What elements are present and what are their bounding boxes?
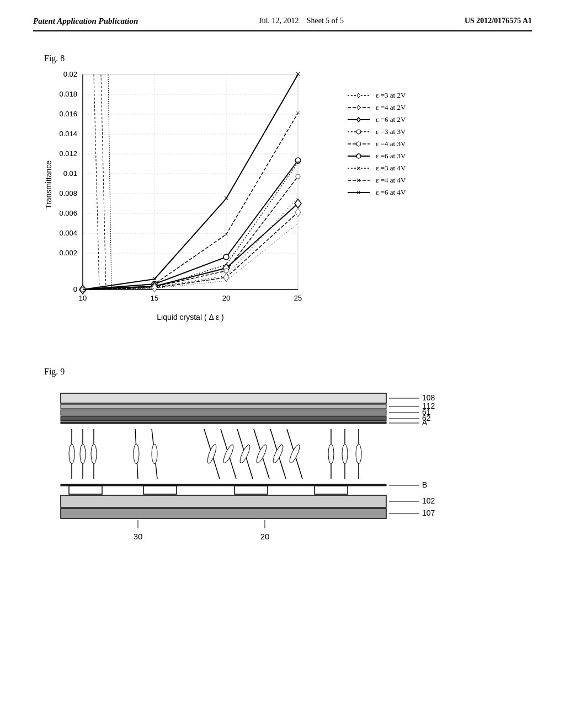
svg-text:0.012: 0.012 bbox=[59, 149, 77, 158]
svg-text:30: 30 bbox=[134, 532, 143, 541]
svg-point-52 bbox=[224, 269, 228, 273]
fig8-label: Fig. 8 bbox=[44, 53, 532, 63]
legend-line-6 bbox=[348, 152, 372, 160]
svg-rect-82 bbox=[61, 422, 386, 424]
svg-text:0.014: 0.014 bbox=[59, 130, 77, 138]
svg-rect-126 bbox=[61, 495, 386, 507]
fig9-section: 108 112 61 62 A bbox=[44, 382, 532, 611]
svg-text:0.02: 0.02 bbox=[63, 70, 77, 78]
legend-line-5 bbox=[348, 140, 372, 148]
svg-rect-81 bbox=[61, 416, 386, 421]
svg-rect-122 bbox=[69, 486, 102, 494]
svg-text:0.002: 0.002 bbox=[59, 249, 77, 257]
legend-label-9: ε =6 at 4V bbox=[376, 188, 406, 197]
legend-item-2: ε =4 at 2V bbox=[348, 103, 406, 112]
svg-rect-125 bbox=[315, 486, 348, 494]
fig8-chart: 0.02 0.018 0.016 0.014 0.012 0.01 0.008 … bbox=[44, 69, 331, 334]
svg-text:0.016: 0.016 bbox=[59, 110, 77, 118]
svg-rect-124 bbox=[234, 486, 268, 494]
page: Patent Application Publication Jul. 12, … bbox=[0, 0, 565, 728]
svg-rect-123 bbox=[143, 486, 177, 494]
svg-point-67 bbox=[356, 130, 361, 134]
svg-text:Transmittance: Transmittance bbox=[44, 160, 53, 209]
svg-point-39 bbox=[223, 254, 229, 260]
svg-text:107: 107 bbox=[422, 508, 435, 517]
svg-point-71 bbox=[356, 154, 361, 158]
header-sheet: Sheet 5 of 5 bbox=[307, 17, 344, 25]
svg-text:×: × bbox=[356, 188, 361, 197]
legend-line-4 bbox=[348, 127, 372, 136]
svg-point-120 bbox=[356, 444, 361, 464]
svg-text:0.01: 0.01 bbox=[63, 169, 77, 178]
svg-point-98 bbox=[91, 444, 97, 464]
fig8-legend: ε =3 at 2V ε =4 at 2V ε =6 at 2V bbox=[348, 91, 406, 334]
legend-label-4: ε =3 at 3V bbox=[376, 127, 406, 136]
header-publication-title: Patent Application Publication bbox=[33, 17, 138, 26]
page-header: Patent Application Publication Jul. 12, … bbox=[33, 17, 532, 31]
legend-item-6: ε =6 at 3V bbox=[348, 152, 406, 160]
svg-text:0.008: 0.008 bbox=[59, 189, 77, 197]
svg-text:0.018: 0.018 bbox=[59, 90, 77, 98]
svg-text:×: × bbox=[224, 194, 228, 202]
svg-text:108: 108 bbox=[422, 393, 435, 402]
header-date: Jul. 12, 2012 bbox=[259, 17, 299, 25]
svg-rect-79 bbox=[61, 404, 386, 409]
legend-item-7: × ε =3 at 4V bbox=[348, 164, 406, 173]
svg-text:0: 0 bbox=[73, 285, 77, 293]
svg-text:15: 15 bbox=[151, 294, 158, 302]
svg-text:20: 20 bbox=[260, 532, 270, 541]
svg-text:0.006: 0.006 bbox=[59, 209, 77, 217]
svg-rect-127 bbox=[61, 508, 386, 518]
svg-text:×: × bbox=[296, 69, 300, 78]
svg-text:25: 25 bbox=[294, 294, 302, 302]
svg-text:0.004: 0.004 bbox=[59, 229, 77, 237]
svg-point-108 bbox=[238, 444, 252, 464]
legend-label-6: ε =6 at 3V bbox=[376, 152, 406, 160]
legend-label-8: ε =4 at 4V bbox=[376, 176, 406, 185]
svg-point-110 bbox=[255, 444, 268, 464]
svg-text:A: A bbox=[422, 418, 428, 427]
svg-point-102 bbox=[152, 444, 157, 464]
legend-item-9: × ε =6 at 4V bbox=[348, 188, 406, 197]
svg-point-69 bbox=[356, 142, 361, 146]
svg-point-104 bbox=[206, 443, 218, 464]
legend-item-5: ε =4 at 3V bbox=[348, 140, 406, 148]
legend-line-8: × bbox=[348, 176, 372, 185]
svg-text:10: 10 bbox=[79, 294, 87, 302]
svg-point-116 bbox=[328, 444, 334, 464]
svg-point-112 bbox=[271, 444, 285, 464]
svg-text:102: 102 bbox=[422, 496, 435, 505]
svg-point-96 bbox=[80, 444, 86, 464]
header-date-sheet: Jul. 12, 2012 Sheet 5 of 5 bbox=[259, 17, 344, 25]
legend-label-3: ε =6 at 2V bbox=[376, 115, 406, 124]
svg-rect-80 bbox=[61, 410, 386, 415]
legend-item-4: ε =3 at 3V bbox=[348, 127, 406, 136]
fig8-section: 0.02 0.018 0.016 0.014 0.012 0.01 0.008 … bbox=[44, 69, 532, 334]
svg-text:×: × bbox=[356, 164, 361, 173]
svg-point-94 bbox=[69, 444, 74, 464]
fig9-label: Fig. 9 bbox=[44, 367, 532, 377]
legend-line-3 bbox=[348, 115, 372, 124]
legend-label-1: ε =3 at 2V bbox=[376, 91, 406, 100]
legend-item-1: ε =3 at 2V bbox=[348, 91, 406, 100]
legend-line-2 bbox=[348, 103, 372, 112]
svg-text:×: × bbox=[296, 109, 300, 117]
legend-label-7: ε =3 at 4V bbox=[376, 164, 406, 173]
header-patent-number: US 2012/0176575 A1 bbox=[465, 17, 532, 25]
legend-label-5: ε =4 at 3V bbox=[376, 140, 406, 148]
svg-text:Liquid crystal ( Δ ε ): Liquid crystal ( Δ ε ) bbox=[157, 313, 223, 322]
svg-point-118 bbox=[342, 444, 348, 464]
svg-text:×: × bbox=[356, 176, 361, 185]
legend-item-8: × ε =4 at 4V bbox=[348, 176, 406, 185]
svg-rect-0 bbox=[83, 74, 298, 290]
legend-line-1 bbox=[348, 91, 372, 100]
svg-text:×: × bbox=[296, 158, 300, 167]
svg-text:×: × bbox=[224, 230, 228, 238]
svg-text:B: B bbox=[422, 480, 427, 489]
svg-rect-78 bbox=[61, 393, 386, 403]
svg-text:20: 20 bbox=[222, 294, 230, 302]
legend-label-2: ε =4 at 2V bbox=[376, 103, 406, 112]
svg-point-114 bbox=[288, 444, 301, 464]
svg-point-53 bbox=[296, 174, 300, 179]
legend-line-7: × bbox=[348, 164, 372, 173]
